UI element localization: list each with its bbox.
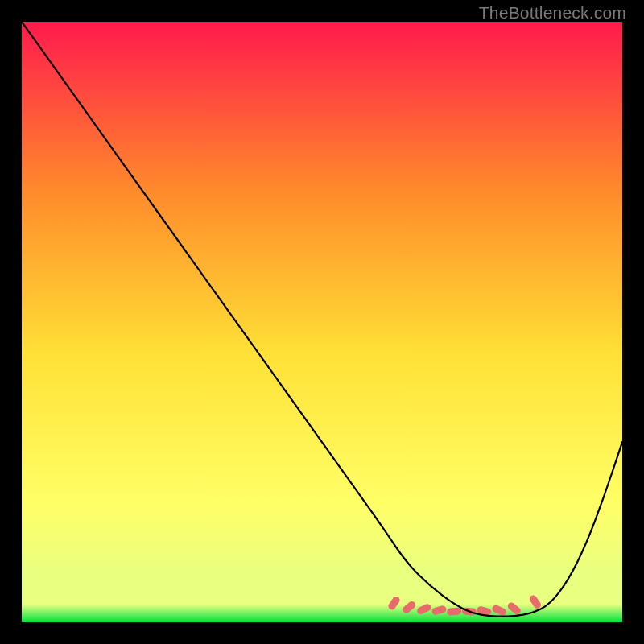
chart-frame: TheBottleneck.com — [0, 0, 644, 644]
chart-svg — [22, 22, 622, 622]
plot-area — [22, 22, 622, 622]
gradient-background — [22, 22, 622, 622]
watermark-text: TheBottleneck.com — [479, 3, 626, 23]
